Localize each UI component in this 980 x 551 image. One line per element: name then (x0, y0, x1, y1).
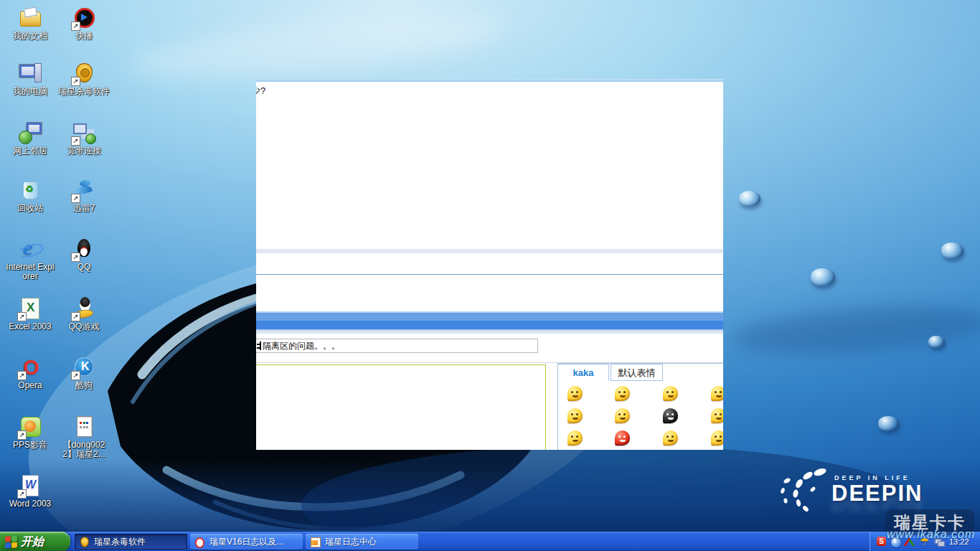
shortcut-arrow-icon: ↗ (17, 371, 27, 380)
rising-icon: ↗ (72, 61, 96, 85)
deepin-wordmark: DEEPIN (831, 481, 923, 507)
desktop-icon-excel-2003[interactable]: ↗Excel 2003 (4, 296, 56, 331)
shortcut-arrow-icon: ↗ (71, 77, 80, 86)
start-button-label: 开始 (21, 534, 44, 550)
deep-water-band (0, 459, 980, 531)
shortcut-arrow-icon: ↗ (71, 253, 80, 262)
taskbar-button-rising[interactable]: 瑞星杀毒软件 (75, 534, 187, 550)
emoticon-angry[interactable] (615, 430, 630, 446)
taskbar-button-opera[interactable]: 瑞星V16日志以及... (190, 534, 303, 550)
desktop-icon-word-2003[interactable]: ↗Word 2003 (4, 474, 56, 509)
desktop-icons: 我的文档↗快播我的电脑↗瑞星杀毒软件网上邻居↗宽带连接回收站↗迅雷7Intern… (1, 0, 116, 531)
desktop-icon-label: Excel 2003 (4, 322, 56, 331)
word-icon: ↗ (18, 474, 42, 498)
sogou-icon[interactable] (876, 536, 887, 547)
water-droplet (878, 416, 899, 431)
desktop-icon-label: 我的电脑 (4, 87, 56, 96)
ie-icon (18, 237, 42, 261)
broadband-icon: ↗ (72, 121, 96, 145)
desktop-icon-label: Opera (4, 381, 56, 390)
shortcut-arrow-icon: ↗ (17, 312, 27, 321)
pps-icon: ↗ (18, 415, 42, 439)
desktop-icon-opera[interactable]: ↗Opera (4, 355, 56, 390)
qvod-icon: ↗ (72, 6, 96, 30)
water-droplet (811, 268, 835, 286)
reply-textarea[interactable] (256, 364, 546, 450)
folder-icon (18, 6, 42, 30)
desktop-icon-my-computer[interactable]: 我的电脑 (4, 61, 56, 96)
desktop-icon-kugou[interactable]: ↗酷狗 (58, 355, 110, 390)
water-droplet (941, 242, 963, 259)
rising-icon (79, 537, 90, 547)
taskbar: 开始 瑞星杀毒软件瑞星V16日志以及...瑞星日志中心 13:22 (0, 531, 980, 551)
taskbar-buttons: 瑞星杀毒软件瑞星V16日志以及...瑞星日志中心 (75, 534, 418, 550)
desktop-icon-qq[interactable]: ↗QQ (58, 237, 110, 272)
subject-input[interactable]: 隔离区的问题。。。 (256, 339, 538, 353)
desktop-icon-broadband-connection[interactable]: ↗宽带连接 (58, 121, 110, 156)
desktop-icon-label: QQ游戏 (58, 322, 110, 331)
opera-icon: ↗ (18, 355, 42, 380)
shortcut-arrow-icon: ↗ (71, 136, 80, 146)
subject-input-text: 隔离区的问题。。。 (263, 341, 340, 351)
shortcut-arrow-icon: ↗ (71, 371, 80, 380)
emoticon-silent[interactable] (567, 408, 583, 423)
desktop-icon-label: 网上邻居 (4, 146, 56, 156)
docfile-icon (72, 415, 96, 439)
desktop-icon-thunder7[interactable]: ↗迅雷7 (58, 178, 110, 213)
tab-default-emotes[interactable]: 默认表情 (611, 364, 663, 381)
emoticon-smile[interactable] (567, 386, 583, 401)
tab-kaka[interactable]: kaka (557, 364, 609, 381)
taskbar-button-log[interactable]: 瑞星日志中心 (306, 534, 418, 550)
qq-icon: ↗ (72, 237, 96, 261)
desktop-icon-internet-explorer[interactable]: Internet Explorer (4, 237, 56, 281)
emoticon-whisper[interactable] (567, 430, 583, 446)
emoticon-puzzled[interactable] (663, 430, 678, 446)
taskbar-button-label: 瑞星日志中心 (325, 536, 377, 548)
emoticon-shocked[interactable] (711, 408, 723, 423)
desktop-icon-label: 快播 (58, 32, 110, 41)
taskbar-button-label: 瑞星V16日志以及... (209, 536, 283, 548)
desktop-icon-my-documents[interactable]: 我的文档 (4, 6, 56, 41)
desktop-icon-qq-games[interactable]: ↗QQ游戏 (58, 296, 110, 331)
deepin-swirl-icon (778, 465, 831, 517)
form-separator-line (256, 274, 723, 275)
log-icon (310, 537, 321, 547)
shortcut-arrow-icon: ↗ (71, 22, 80, 31)
desktop-icon-label: PPS影音 (4, 441, 56, 450)
start-button[interactable]: 开始 (0, 532, 70, 551)
clipped-character-fragment (257, 342, 261, 350)
desktop-icon-label: 我的文档 (4, 32, 56, 41)
water-droplet (928, 336, 945, 348)
watermark-url: www.ikaka.com (887, 528, 975, 541)
shortcut-arrow-icon: ↗ (17, 489, 27, 499)
emoticon-panel: kaka 默认表情 (557, 363, 723, 450)
desktop-icon-label: 迅雷7 (58, 204, 110, 213)
clipped-question-text: 少? (256, 85, 265, 98)
shortcut-arrow-icon: ↗ (17, 430, 27, 440)
excel-icon: ↗ (18, 296, 42, 321)
desktop-icon-recycle-bin[interactable]: 回收站 (4, 178, 56, 213)
desktop-icon-label: 回收站 (4, 204, 56, 213)
forum-screenshot-window: 少? 隔离区的问题。。。 kaka 默认表情 (256, 79, 723, 450)
computer-icon (18, 61, 42, 85)
taskbar-button-label: 瑞星杀毒软件 (94, 536, 146, 548)
qqgame-icon: ↗ (72, 296, 96, 321)
desktop-icon-pps[interactable]: ↗PPS影音 (4, 415, 56, 450)
emoticon-bomb[interactable] (663, 408, 678, 423)
desktop-icon-dong0022-file[interactable]: 【dong0022】瑞星2... (58, 415, 110, 459)
emoticon-sweat[interactable] (615, 408, 630, 423)
emoticon-think[interactable] (663, 386, 678, 401)
emoticon-cry[interactable] (711, 386, 723, 401)
post-header-bar (256, 311, 723, 334)
desktop-icon-label: 瑞星杀毒软件 (58, 87, 110, 96)
desktop-icon-rising-antivirus[interactable]: ↗瑞星杀毒软件 (58, 61, 110, 96)
emoticon-grin[interactable] (711, 430, 723, 446)
desktop-icon-qvod-player[interactable]: ↗快播 (58, 6, 110, 41)
desktop: DEEP IN LIFE DEEPIN 我的文档↗快播我的电脑↗瑞星杀毒软件网上… (0, 0, 980, 551)
desktop-icon-network-places[interactable]: 网上邻居 (4, 121, 56, 156)
emoticon-laugh[interactable] (615, 386, 630, 401)
desktop-icon-label: 宽带连接 (58, 146, 110, 156)
desktop-icon-label: 【dong0022】瑞星2... (58, 441, 110, 459)
recycle-icon (18, 178, 42, 202)
desktop-icon-label: Internet Explorer (4, 263, 56, 281)
